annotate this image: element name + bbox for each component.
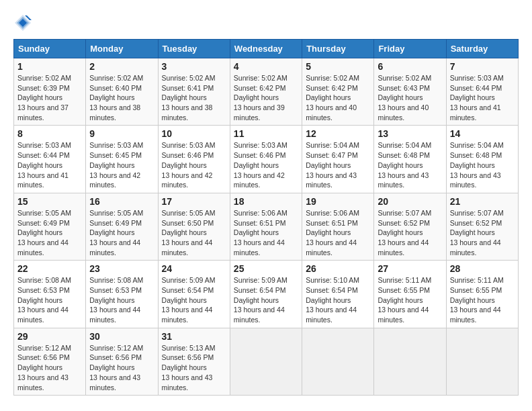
day-info: Sunrise: 5:07 AM Sunset: 6:52 PM Dayligh… [450,208,515,257]
day-info: Sunrise: 5:04 AM Sunset: 6:48 PM Dayligh… [450,140,515,189]
day-info: Sunrise: 5:13 AM Sunset: 6:56 PM Dayligh… [162,343,226,392]
calendar-week-row: 29 Sunrise: 5:12 AM Sunset: 6:56 PM Dayl… [14,328,519,395]
day-info: Sunrise: 5:02 AM Sunset: 6:40 PM Dayligh… [89,73,154,122]
calendar-cell: 22 Sunrise: 5:08 AM Sunset: 6:53 PM Dayl… [14,261,86,328]
calendar-cell: 6 Sunrise: 5:02 AM Sunset: 6:43 PM Dayli… [374,58,446,126]
day-number: 30 [89,331,154,342]
calendar-week-row: 1 Sunrise: 5:02 AM Sunset: 6:39 PM Dayli… [14,58,519,126]
day-info: Sunrise: 5:03 AM Sunset: 6:46 PM Dayligh… [234,140,298,189]
day-info: Sunrise: 5:05 AM Sunset: 6:49 PM Dayligh… [17,208,82,257]
day-number: 26 [306,263,370,274]
day-info: Sunrise: 5:03 AM Sunset: 6:45 PM Dayligh… [89,140,154,189]
day-info: Sunrise: 5:08 AM Sunset: 6:53 PM Dayligh… [17,275,82,324]
day-number: 22 [17,263,82,274]
day-info: Sunrise: 5:12 AM Sunset: 6:56 PM Dayligh… [89,343,154,392]
calendar-cell: 3 Sunrise: 5:02 AM Sunset: 6:41 PM Dayli… [158,58,230,126]
day-number: 20 [378,196,442,207]
calendar-cell: 11 Sunrise: 5:03 AM Sunset: 6:46 PM Dayl… [230,126,302,193]
calendar-cell [230,328,302,395]
day-info: Sunrise: 5:06 AM Sunset: 6:51 PM Dayligh… [234,208,298,257]
calendar-cell [302,328,374,395]
day-number: 14 [450,128,515,139]
calendar-cell: 8 Sunrise: 5:03 AM Sunset: 6:44 PM Dayli… [14,126,86,193]
calendar-cell: 18 Sunrise: 5:06 AM Sunset: 6:51 PM Dayl… [230,193,302,260]
day-info: Sunrise: 5:04 AM Sunset: 6:48 PM Dayligh… [378,140,442,189]
calendar-cell: 17 Sunrise: 5:05 AM Sunset: 6:50 PM Dayl… [158,193,230,260]
day-number: 16 [89,196,154,207]
day-number: 21 [450,196,515,207]
day-info: Sunrise: 5:09 AM Sunset: 6:54 PM Dayligh… [162,275,226,324]
day-info: Sunrise: 5:11 AM Sunset: 6:55 PM Dayligh… [450,275,515,324]
day-number: 31 [162,331,226,342]
calendar-cell: 15 Sunrise: 5:05 AM Sunset: 6:49 PM Dayl… [14,193,86,260]
day-number: 1 [17,61,82,72]
calendar-cell: 10 Sunrise: 5:03 AM Sunset: 6:46 PM Dayl… [158,126,230,193]
day-number: 11 [234,128,298,139]
calendar-cell: 27 Sunrise: 5:11 AM Sunset: 6:55 PM Dayl… [374,261,446,328]
calendar-cell: 30 Sunrise: 5:12 AM Sunset: 6:56 PM Dayl… [86,328,158,395]
calendar-week-row: 22 Sunrise: 5:08 AM Sunset: 6:53 PM Dayl… [14,261,519,328]
calendar-cell: 13 Sunrise: 5:04 AM Sunset: 6:48 PM Dayl… [374,126,446,193]
day-info: Sunrise: 5:03 AM Sunset: 6:46 PM Dayligh… [162,140,226,189]
calendar-cell: 23 Sunrise: 5:08 AM Sunset: 6:53 PM Dayl… [86,261,158,328]
day-number: 25 [234,263,298,274]
day-info: Sunrise: 5:07 AM Sunset: 6:52 PM Dayligh… [378,208,442,257]
calendar-cell: 20 Sunrise: 5:07 AM Sunset: 6:52 PM Dayl… [374,193,446,260]
calendar-cell: 26 Sunrise: 5:10 AM Sunset: 6:54 PM Dayl… [302,261,374,328]
calendar-cell: 5 Sunrise: 5:02 AM Sunset: 6:42 PM Dayli… [302,58,374,126]
day-number: 5 [306,61,370,72]
day-info: Sunrise: 5:11 AM Sunset: 6:55 PM Dayligh… [378,275,442,324]
calendar-header-wednesday: Wednesday [230,40,302,58]
day-info: Sunrise: 5:02 AM Sunset: 6:39 PM Dayligh… [17,73,82,122]
day-number: 18 [234,196,298,207]
calendar-cell: 2 Sunrise: 5:02 AM Sunset: 6:40 PM Dayli… [86,58,158,126]
day-info: Sunrise: 5:03 AM Sunset: 6:44 PM Dayligh… [17,140,82,189]
calendar-cell: 14 Sunrise: 5:04 AM Sunset: 6:48 PM Dayl… [446,126,518,193]
day-number: 4 [234,61,298,72]
calendar-cell: 24 Sunrise: 5:09 AM Sunset: 6:54 PM Dayl… [158,261,230,328]
day-info: Sunrise: 5:05 AM Sunset: 6:49 PM Dayligh… [89,208,154,257]
day-info: Sunrise: 5:05 AM Sunset: 6:50 PM Dayligh… [162,208,226,257]
calendar-header-row: SundayMondayTuesdayWednesdayThursdayFrid… [14,40,519,58]
calendar-cell: 28 Sunrise: 5:11 AM Sunset: 6:55 PM Dayl… [446,261,518,328]
day-info: Sunrise: 5:09 AM Sunset: 6:54 PM Dayligh… [234,275,298,324]
day-info: Sunrise: 5:04 AM Sunset: 6:47 PM Dayligh… [306,140,370,189]
calendar-cell: 9 Sunrise: 5:03 AM Sunset: 6:45 PM Dayli… [86,126,158,193]
day-number: 9 [89,128,154,139]
day-info: Sunrise: 5:02 AM Sunset: 6:43 PM Dayligh… [378,73,442,122]
calendar-cell: 21 Sunrise: 5:07 AM Sunset: 6:52 PM Dayl… [446,193,518,260]
day-info: Sunrise: 5:06 AM Sunset: 6:51 PM Dayligh… [306,208,370,257]
calendar-cell: 29 Sunrise: 5:12 AM Sunset: 6:56 PM Dayl… [14,328,86,395]
day-number: 7 [450,61,515,72]
day-number: 13 [378,128,442,139]
calendar-cell [446,328,518,395]
day-number: 12 [306,128,370,139]
calendar-header-friday: Friday [374,40,446,58]
day-number: 19 [306,196,370,207]
calendar-cell: 16 Sunrise: 5:05 AM Sunset: 6:49 PM Dayl… [86,193,158,260]
calendar-header-saturday: Saturday [446,40,518,58]
calendar-cell: 12 Sunrise: 5:04 AM Sunset: 6:47 PM Dayl… [302,126,374,193]
calendar-cell: 4 Sunrise: 5:02 AM Sunset: 6:42 PM Dayli… [230,58,302,126]
day-number: 6 [378,61,442,72]
day-info: Sunrise: 5:10 AM Sunset: 6:54 PM Dayligh… [306,275,370,324]
calendar-week-row: 15 Sunrise: 5:05 AM Sunset: 6:49 PM Dayl… [14,193,519,260]
calendar-header-monday: Monday [86,40,158,58]
day-number: 29 [17,331,82,342]
day-info: Sunrise: 5:02 AM Sunset: 6:42 PM Dayligh… [234,73,298,122]
day-number: 23 [89,263,154,274]
calendar-cell [374,328,446,395]
day-number: 27 [378,263,442,274]
day-number: 17 [162,196,226,207]
calendar-header-tuesday: Tuesday [158,40,230,58]
calendar-table: SundayMondayTuesdayWednesdayThursdayFrid… [13,39,519,396]
calendar-cell: 25 Sunrise: 5:09 AM Sunset: 6:54 PM Dayl… [230,261,302,328]
day-info: Sunrise: 5:08 AM Sunset: 6:53 PM Dayligh… [89,275,154,324]
calendar-week-row: 8 Sunrise: 5:03 AM Sunset: 6:44 PM Dayli… [14,126,519,193]
day-number: 28 [450,263,515,274]
page-header [13,13,519,32]
calendar-cell: 31 Sunrise: 5:13 AM Sunset: 6:56 PM Dayl… [158,328,230,395]
day-number: 10 [162,128,226,139]
day-info: Sunrise: 5:12 AM Sunset: 6:56 PM Dayligh… [17,343,82,392]
calendar-cell: 7 Sunrise: 5:03 AM Sunset: 6:44 PM Dayli… [446,58,518,126]
